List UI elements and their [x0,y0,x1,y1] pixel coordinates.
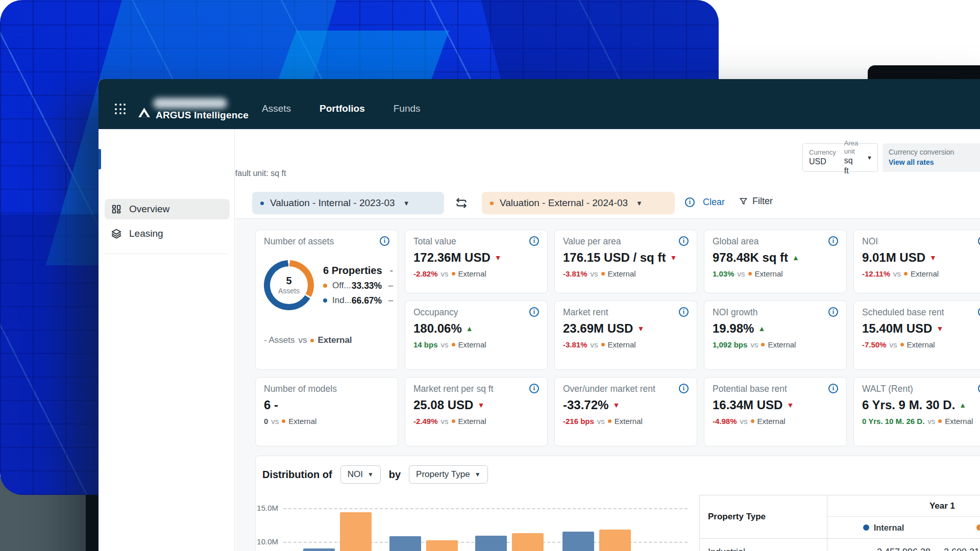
card-title: NOI [862,236,878,247]
kpi-value: 25.08 USD [413,398,473,412]
comparison-label: External [911,269,939,278]
y-tick-label: 10.0M [241,537,278,546]
chevron-down-icon: ▼ [636,199,643,207]
app-launcher-icon[interactable] [115,104,126,115]
trend-arrow-icon: ▼ [936,324,943,333]
kpi-delta: -3.81% [563,340,587,349]
comparison-label: External [755,269,783,278]
bar-internal [303,548,335,551]
info-icon[interactable]: i [978,384,980,393]
bar-external [340,512,372,551]
card-title: WALT (Rent) [862,384,913,394]
kpi-card: Number of models i 6 - 0 vs External [255,377,398,446]
external-dot-icon [976,524,980,531]
kpi-value: 16.34M USD [713,398,782,412]
area-unit-label: Area unit [844,139,859,156]
info-icon[interactable]: i [978,307,980,317]
segment-pct: 66.67% [352,295,382,306]
kpi-value: 6 Yrs. 9 M. 30 D. [862,398,955,412]
card-comparison-footer: 0 vs External [264,417,389,425]
scenario-dropdown-internal[interactable]: Valuation - Internal - 2023-03 ▼ [252,192,444,214]
nav-tabs: Assets Portfolios Funds [262,79,421,129]
bar-internal [389,536,421,551]
kpi-card: Market rent per sq ft i 25.08 USD ▼ -2.4… [405,377,548,446]
kpi-card: NOI i 9.01M USD ▼ -12.11% vs External [853,230,980,293]
info-icon[interactable]: i [529,236,539,246]
segment-dot-icon [323,284,327,288]
info-icon[interactable]: i [978,236,980,246]
external-dot-icon [452,419,455,423]
info-icon[interactable]: i [529,384,539,393]
brand-name: ARGUS Intelligence [156,110,249,121]
trend-arrow-icon: ▼ [787,401,794,409]
kpi-value: 978.48K sq ft [713,251,788,265]
info-icon[interactable]: i [529,307,539,317]
view-all-rates-link[interactable]: View all rates [889,158,980,168]
info-icon[interactable]: i [679,384,689,393]
card-comparison-footer: -3.81% vs External [563,340,689,349]
swap-scenarios-icon[interactable] [454,196,469,210]
currency-conversion-panel: Currency conversion View all rates [883,143,980,172]
dimension-dropdown[interactable]: Property Type ▼ [409,465,487,484]
info-icon[interactable]: i [380,236,389,246]
sidebar-item-leasing[interactable]: Leasing [105,223,230,244]
card-comparison-footer: -3.81% vs External [563,269,689,278]
bar-internal [475,536,507,551]
dimension-dropdown-value: Property Type [416,469,470,480]
external-dot-icon [310,339,314,342]
card-title: Number of assets [264,236,334,247]
nav-tab-assets[interactable]: Assets [262,84,291,134]
metric-dropdown-value: NOI [348,469,363,480]
kpi-card: Potential base rent i 16.34M USD ▼ -4.98… [704,377,847,446]
app-window: ARGUS Intelligence Assets Portfolios Fun… [99,79,980,551]
filter-button[interactable]: Filter [739,196,773,207]
vs-label: vs [597,417,605,425]
delta-placeholder: - [385,265,393,277]
vs-label: vs [298,335,307,345]
vs-label: vs [441,417,449,425]
bar-external [426,540,458,551]
kpi-delta: 14 bps [413,340,438,349]
table-legend-external: External [940,517,980,539]
info-icon[interactable]: i [679,307,689,317]
card-comparison-footer: 1.03% vs External [713,269,838,278]
info-icon[interactable]: i [828,384,838,393]
metric-dropdown[interactable]: NOI ▼ [340,465,381,484]
distribution-header: Distribution of NOI ▼ by Property Type ▼ [262,465,488,484]
clear-button[interactable]: Clear [703,197,725,208]
vs-label: vs [738,269,745,278]
top-nav-bar: ARGUS Intelligence Assets Portfolios Fun… [99,79,980,129]
comparison-label: External [615,417,643,425]
vs-label: vs [591,269,598,278]
sidebar-item-overview[interactable]: Overview [105,199,230,219]
kpi-value: 6 - [264,398,278,412]
nav-tab-portfolios[interactable]: Portfolios [320,84,365,134]
card-comparison-footer: -216 bps vs External [563,417,689,425]
kpi-value: 23.69M USD [563,321,633,336]
info-icon[interactable]: i [679,236,689,246]
nav-tab-funds[interactable]: Funds [394,84,421,134]
sidebar-item-label: Leasing [129,228,163,239]
kpi-card: Total value i 172.36M USD ▼ -2.82% vs Ex… [405,230,548,293]
external-dot-icon [938,419,942,423]
info-icon[interactable]: i [828,307,838,317]
currency-area-unit-selector[interactable]: Currency USD Area unit sq ft ▼ [802,143,878,172]
vs-label: vs [740,417,748,425]
vs-label: vs [893,269,901,278]
comparison-label: External [608,340,636,349]
delta-placeholder: – [385,295,393,306]
info-icon[interactable]: i [685,197,695,207]
info-icon[interactable]: i [828,236,838,246]
distribution-title: Distribution of [262,469,332,481]
kpi-value: 19.98% [713,321,754,336]
by-label: by [389,469,401,481]
bar-external [512,533,544,551]
currency-label: Currency [809,148,836,157]
scenario-dropdown-external[interactable]: Valuation - External - 2024-03 ▼ [482,192,675,214]
trend-arrow-icon: ▼ [670,254,677,262]
table-row-label: Industrial [700,539,827,551]
trend-arrow-icon: ▼ [637,324,644,333]
kpi-delta: -2.49% [413,417,438,425]
card-number-of-assets: Number of assets i 5 Assets 6 Properties… [255,230,398,370]
external-dot-icon [904,272,908,276]
